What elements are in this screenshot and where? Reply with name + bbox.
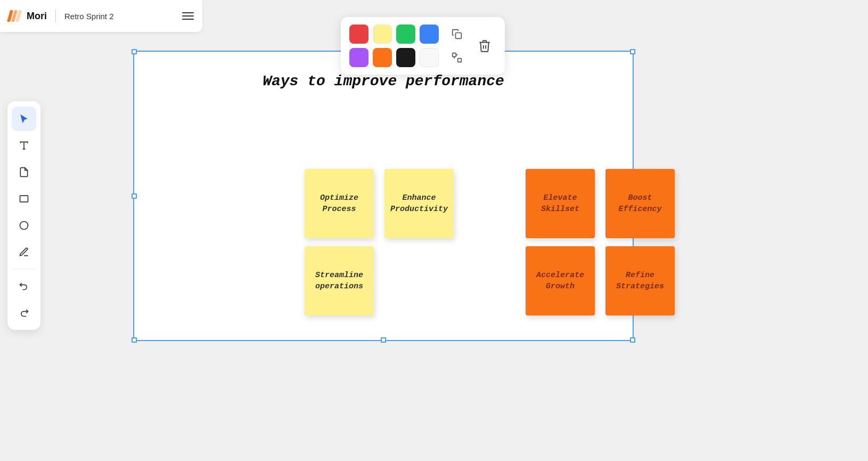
delete-button[interactable] bbox=[473, 34, 496, 58]
swatch-white[interactable] bbox=[420, 48, 439, 67]
document-tool[interactable] bbox=[12, 160, 36, 184]
tool-divider bbox=[12, 269, 36, 269]
handle-tr[interactable] bbox=[630, 49, 635, 54]
handle-tl[interactable] bbox=[132, 49, 137, 54]
swatch-orange[interactable] bbox=[373, 48, 392, 67]
sticky-note-elevate[interactable]: Elevate Skillset bbox=[526, 169, 595, 238]
sticky-note-refine[interactable]: Refine Strategies bbox=[605, 246, 675, 316]
text-tool[interactable] bbox=[12, 133, 36, 158]
sticky-note-enhance[interactable]: Enhance Productivity bbox=[384, 169, 454, 238]
swatch-purple[interactable] bbox=[349, 48, 369, 67]
swatch-blue[interactable] bbox=[420, 25, 439, 44]
handle-bl[interactable] bbox=[132, 337, 137, 343]
frame-title: Ways to improve performance bbox=[134, 73, 633, 90]
selection-frame: Ways to improve performance Optimize Pro… bbox=[133, 51, 634, 341]
project-name: Retro Sprint 2 bbox=[64, 12, 114, 21]
menu-icon[interactable] bbox=[182, 12, 194, 20]
handle-bm[interactable] bbox=[381, 337, 386, 343]
redo-button[interactable] bbox=[12, 300, 36, 325]
sticky-note-streamline[interactable]: Streamline operations bbox=[305, 246, 374, 316]
logo-icon bbox=[9, 10, 20, 22]
circle-tool[interactable] bbox=[12, 213, 36, 238]
svg-rect-0 bbox=[456, 33, 462, 39]
sticky-note-optimize[interactable]: Optimize Process bbox=[305, 169, 374, 238]
pen-tool[interactable] bbox=[12, 240, 36, 264]
svg-rect-2 bbox=[458, 59, 462, 62]
swatch-black[interactable] bbox=[396, 48, 415, 67]
color-toolbar bbox=[341, 17, 505, 75]
handle-br[interactable] bbox=[630, 337, 635, 343]
swatch-yellow[interactable] bbox=[373, 25, 392, 44]
sticky-note-accelerate[interactable]: Accelerate Growth bbox=[526, 246, 595, 316]
divider bbox=[55, 10, 56, 22]
copy-button[interactable] bbox=[447, 25, 466, 44]
undo-button[interactable] bbox=[12, 273, 36, 298]
svg-rect-3 bbox=[20, 196, 28, 202]
swatch-green[interactable] bbox=[396, 25, 415, 44]
app-name: Mori bbox=[27, 11, 47, 22]
handle-ml[interactable] bbox=[132, 193, 137, 199]
group-button[interactable] bbox=[447, 48, 466, 67]
svg-rect-1 bbox=[453, 53, 456, 57]
color-grid bbox=[349, 25, 439, 67]
swatch-red[interactable] bbox=[349, 25, 369, 44]
select-tool[interactable] bbox=[12, 107, 36, 131]
top-bar: Mori Retro Sprint 2 bbox=[0, 0, 202, 32]
sticky-note-boost[interactable]: Boost Efficency bbox=[605, 169, 675, 238]
toolbar-actions bbox=[447, 25, 466, 67]
svg-point-4 bbox=[20, 222, 28, 230]
rectangle-tool[interactable] bbox=[12, 187, 36, 211]
left-toolbar bbox=[7, 101, 40, 330]
